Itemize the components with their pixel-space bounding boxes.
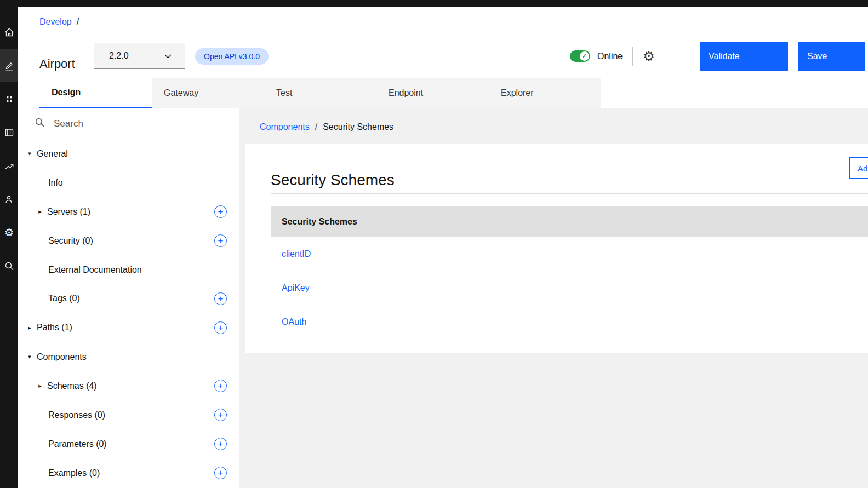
breadcrumb-current: Security Schemes bbox=[323, 122, 393, 131]
sidebar-item-label: Paths (1) bbox=[37, 323, 72, 332]
settings-icon: ⚙ bbox=[4, 227, 14, 238]
header-divider bbox=[632, 47, 633, 66]
rail-item-settings[interactable]: ⚙ bbox=[0, 216, 18, 249]
add-schema-button[interactable]: + bbox=[214, 380, 227, 392]
rail-item-home[interactable] bbox=[0, 15, 18, 49]
sidebar-item-label: Security (0) bbox=[48, 236, 93, 246]
sidebar-item-label: Parameters (0) bbox=[48, 439, 107, 449]
content-breadcrumb: Components/Security Schemes bbox=[260, 122, 393, 132]
breadcrumb-develop-link[interactable]: Develop bbox=[39, 17, 72, 26]
add-path-button[interactable]: + bbox=[214, 321, 227, 334]
table-row: OAuth bbox=[271, 305, 868, 338]
caret-down-icon: ▾ bbox=[26, 353, 33, 360]
sidebar-item-components[interactable]: ▾ Components bbox=[18, 342, 239, 371]
main-content: Components/Security Schemes Security Sch… bbox=[239, 108, 868, 488]
version-select[interactable]: 2.2.0 bbox=[94, 43, 185, 69]
rail-item-search[interactable] bbox=[0, 249, 18, 283]
caret-right-icon: ▸ bbox=[26, 324, 33, 331]
tab-test[interactable]: Test bbox=[264, 78, 376, 108]
members-icon bbox=[4, 194, 15, 205]
add-response-button[interactable]: + bbox=[214, 409, 227, 421]
search-input[interactable] bbox=[53, 118, 239, 130]
version-select-value: 2.2.0 bbox=[109, 51, 164, 61]
home-icon bbox=[4, 27, 15, 38]
sidebar-item-label: Schemas (4) bbox=[47, 381, 97, 391]
search-icon bbox=[34, 117, 45, 130]
sidebar-item-label: External Documentation bbox=[48, 265, 142, 275]
analytics-icon bbox=[4, 160, 15, 171]
scheme-link-oauth[interactable]: OAuth bbox=[271, 317, 306, 327]
rail-item-analytics[interactable] bbox=[0, 149, 18, 182]
products-icon bbox=[4, 94, 15, 105]
status-cluster: ✓ Online ⚙ bbox=[570, 42, 655, 71]
add-parameter-button[interactable]: + bbox=[214, 438, 227, 450]
sidebar-item-label: Responses (0) bbox=[48, 410, 105, 420]
scheme-link-apikey[interactable]: ApiKey bbox=[271, 283, 310, 293]
scheme-link-clientid[interactable]: clientID bbox=[271, 249, 311, 259]
tab-endpoint[interactable]: Endpoint bbox=[376, 78, 489, 108]
rail-item-develop[interactable] bbox=[0, 49, 18, 82]
sidebar-item-paths[interactable]: ▸ Paths (1) + bbox=[18, 313, 239, 342]
sidebar-item-label: Components bbox=[37, 352, 87, 362]
online-status-label: Online bbox=[597, 51, 623, 61]
chevron-down-icon bbox=[164, 51, 172, 61]
sidebar-item-label: Tags (0) bbox=[48, 294, 80, 303]
sidebar-item-info[interactable]: Info bbox=[18, 168, 239, 197]
caret-down-icon: ▾ bbox=[26, 150, 33, 157]
add-server-button[interactable]: + bbox=[214, 205, 227, 218]
table-header-label: Security Schemes bbox=[271, 217, 357, 227]
title-divider bbox=[271, 193, 868, 194]
table-body: clientID ApiKey OAuth bbox=[271, 237, 868, 338]
add-example-button[interactable]: + bbox=[214, 467, 227, 479]
sidebar-item-label: Examples (0) bbox=[48, 468, 100, 478]
card-title: Security Schemes bbox=[271, 171, 395, 189]
rail-item-products[interactable] bbox=[0, 82, 18, 116]
add-security-button[interactable]: + bbox=[214, 234, 227, 247]
sidebar-item-general[interactable]: ▾ General bbox=[18, 139, 239, 168]
search-icon bbox=[4, 261, 15, 272]
sidebar-search-row bbox=[18, 108, 239, 139]
sidebar-item-label: Servers (1) bbox=[47, 207, 90, 217]
top-system-bar bbox=[0, 0, 868, 7]
sidebar-item-tags[interactable]: Tags (0) + bbox=[18, 284, 239, 313]
table-header-row: Security Schemes bbox=[271, 206, 868, 237]
tab-bar: Design Gateway Test Endpoint Explorer bbox=[39, 78, 601, 108]
openapi-version-badge: Open API v3.0.0 bbox=[195, 48, 269, 65]
breadcrumb-separator: / bbox=[77, 17, 79, 26]
table-row: ApiKey bbox=[271, 271, 868, 305]
sidebar-item-servers[interactable]: ▸ Servers (1) + bbox=[18, 197, 239, 226]
sidebar-item-label: Info bbox=[48, 178, 63, 188]
design-sidebar: ▾ General Info ▸ Servers (1) + Security … bbox=[18, 108, 239, 488]
sidebar-item-external-documentation[interactable]: External Documentation bbox=[18, 255, 239, 284]
table-row: clientID bbox=[271, 237, 868, 271]
breadcrumb-components-link[interactable]: Components bbox=[260, 122, 310, 131]
security-schemes-card: Security Schemes Add Security Schemes cl… bbox=[245, 144, 868, 353]
add-tag-button[interactable]: + bbox=[214, 292, 227, 305]
online-toggle[interactable]: ✓ bbox=[570, 50, 590, 62]
sidebar-item-responses[interactable]: Responses (0) + bbox=[18, 400, 239, 429]
left-nav-rail: ⚙ bbox=[0, 7, 18, 488]
sidebar-item-parameters[interactable]: Parameters (0) + bbox=[18, 429, 239, 458]
edit-icon bbox=[4, 60, 15, 71]
toggle-check-icon: ✓ bbox=[580, 51, 589, 61]
tab-design[interactable]: Design bbox=[39, 78, 152, 108]
save-button[interactable]: Save bbox=[798, 42, 865, 71]
sidebar-item-security[interactable]: Security (0) + bbox=[18, 226, 239, 255]
gear-icon[interactable]: ⚙ bbox=[643, 50, 655, 63]
catalog-icon bbox=[4, 127, 15, 138]
breadcrumb-separator: / bbox=[315, 122, 317, 131]
validate-button[interactable]: Validate bbox=[700, 42, 788, 71]
rail-item-catalog[interactable] bbox=[0, 116, 18, 149]
sidebar-item-label: General bbox=[37, 149, 68, 159]
add-security-scheme-button[interactable]: Add bbox=[849, 157, 868, 179]
tab-gateway[interactable]: Gateway bbox=[152, 78, 264, 108]
api-title: Airport bbox=[39, 57, 75, 71]
sidebar-item-examples[interactable]: Examples (0) + bbox=[18, 458, 239, 487]
tab-explorer[interactable]: Explorer bbox=[489, 78, 601, 108]
breadcrumb: Develop/ bbox=[39, 17, 79, 27]
caret-right-icon: ▸ bbox=[36, 382, 44, 389]
rail-item-members[interactable] bbox=[0, 182, 18, 216]
sidebar-item-schemas[interactable]: ▸ Schemas (4) + bbox=[18, 371, 239, 400]
caret-right-icon: ▸ bbox=[36, 208, 44, 215]
